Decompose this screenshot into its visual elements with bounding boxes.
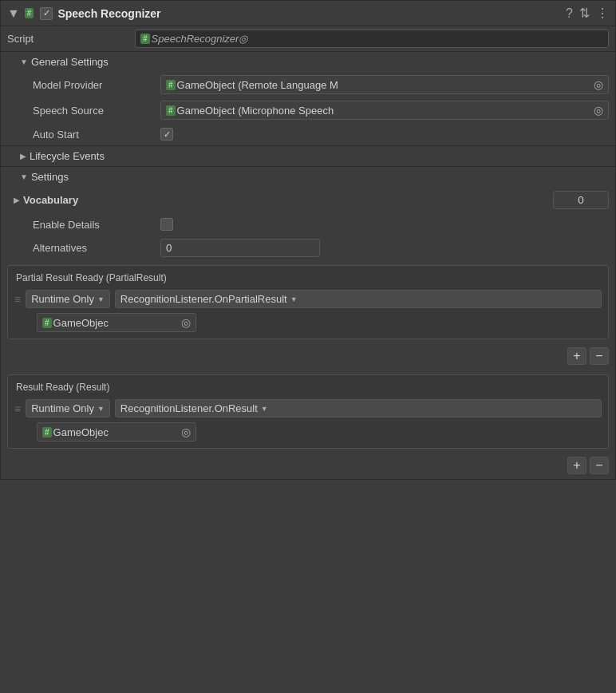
result-hash: # xyxy=(42,427,52,438)
model-provider-hash: # xyxy=(166,80,176,90)
script-value: SpeechRecognizer xyxy=(152,33,239,45)
result-row: ≡ Runtime Only ▼ RecognitionListener.OnR… xyxy=(14,399,602,418)
speech-source-value: GameObject (Microphone Speech xyxy=(177,105,334,117)
auto-start-checkbox-wrap xyxy=(160,128,173,141)
result-title: Result Ready (Result) xyxy=(14,382,602,393)
vocabulary-number-field[interactable] xyxy=(553,191,609,209)
auto-start-label: Auto Start xyxy=(33,129,160,141)
header-icons: ? ⇅ ⋮ xyxy=(566,6,609,21)
partial-result-drag-handle[interactable]: ≡ xyxy=(14,293,21,306)
vocabulary-row: ▶ Vocabulary xyxy=(1,187,615,213)
settings-label: Settings xyxy=(31,171,69,183)
partial-result-remove-button[interactable]: − xyxy=(590,347,609,365)
partial-result-event-block: Partial Result Ready (PartialResult) ≡ R… xyxy=(7,265,609,339)
result-object-value: GameObjec xyxy=(53,426,109,438)
result-runtime-arrow: ▼ xyxy=(97,405,105,413)
model-provider-field[interactable]: # GameObject (Remote Language M ◎ xyxy=(160,75,609,94)
enabled-checkbox[interactable] xyxy=(40,7,53,20)
settings-header[interactable]: ▼ Settings xyxy=(1,167,615,187)
partial-result-target-icon[interactable]: ◎ xyxy=(181,316,191,329)
partial-result-title: Partial Result Ready (PartialResult) xyxy=(14,272,602,283)
sort-icon[interactable]: ⇅ xyxy=(579,6,590,21)
partial-result-hash: # xyxy=(42,318,52,328)
result-method-value: RecognitionListener.OnResult xyxy=(120,402,258,414)
partial-result-method-dropdown[interactable]: RecognitionListener.OnPartialResult ▼ xyxy=(115,290,602,308)
result-drag-handle[interactable]: ≡ xyxy=(14,402,21,415)
partial-result-runtime-arrow: ▼ xyxy=(97,295,105,303)
panel-header: ▼ # Speech Recognizer ? ⇅ ⋮ xyxy=(1,1,615,26)
alternatives-input[interactable] xyxy=(160,239,320,257)
partial-result-obj-row: # GameObjec ◎ xyxy=(14,313,602,332)
target-icon[interactable]: ◎ xyxy=(239,33,247,45)
model-provider-target-icon[interactable]: ◎ xyxy=(594,78,603,91)
script-hash-badge: # xyxy=(140,34,150,44)
script-field[interactable]: # SpeechRecognizer ◎ xyxy=(135,30,609,48)
result-runtime-dropdown[interactable]: Runtime Only ▼ xyxy=(26,399,110,418)
partial-result-row: ≡ Runtime Only ▼ RecognitionListener.OnP… xyxy=(14,290,602,308)
vocabulary-arrow[interactable]: ▶ xyxy=(14,196,20,204)
lifecycle-events-arrow: ▶ xyxy=(20,152,26,160)
result-object-field[interactable]: # GameObjec ◎ xyxy=(37,422,196,442)
lifecycle-events-header[interactable]: ▶ Lifecycle Events xyxy=(1,146,615,166)
partial-result-add-remove-row: + − xyxy=(1,344,615,370)
partial-result-object-value: GameObjec xyxy=(53,317,109,329)
script-type-badge: # xyxy=(25,8,34,18)
enable-details-label: Enable Details xyxy=(33,219,160,231)
speech-source-label: Speech Source xyxy=(33,105,160,117)
general-settings-arrow: ▼ xyxy=(20,57,28,66)
auto-start-row: Auto Start xyxy=(1,123,615,145)
enable-details-checkbox[interactable] xyxy=(160,218,173,231)
partial-result-runtime-dropdown[interactable]: Runtime Only ▼ xyxy=(26,290,110,308)
model-provider-label: Model Provider xyxy=(33,79,160,91)
alternatives-label: Alternatives xyxy=(33,242,160,254)
result-remove-button[interactable]: − xyxy=(590,457,609,474)
result-target-icon[interactable]: ◎ xyxy=(181,426,191,438)
vocabulary-input[interactable] xyxy=(553,191,609,209)
result-obj-row: # GameObjec ◎ xyxy=(14,422,602,442)
partial-result-runtime-label: Runtime Only xyxy=(31,293,94,305)
result-add-button[interactable]: + xyxy=(567,457,586,474)
result-event-block: Result Ready (Result) ≡ Runtime Only ▼ R… xyxy=(7,374,609,449)
partial-result-method-value: RecognitionListener.OnPartialResult xyxy=(120,293,287,305)
speech-source-hash: # xyxy=(166,105,176,116)
lifecycle-events-label: Lifecycle Events xyxy=(30,150,105,162)
alternatives-row: Alternatives xyxy=(1,236,615,260)
speech-source-target-icon[interactable]: ◎ xyxy=(594,104,603,117)
partial-result-object-field[interactable]: # GameObjec ◎ xyxy=(37,313,196,332)
script-label: Script xyxy=(7,33,135,45)
general-settings-header[interactable]: ▼ General Settings xyxy=(1,52,615,72)
more-options-icon[interactable]: ⋮ xyxy=(596,6,609,21)
enable-details-row: Enable Details xyxy=(1,213,615,236)
speech-source-field[interactable]: # GameObject (Microphone Speech ◎ xyxy=(160,101,609,120)
partial-result-method-arrow: ▼ xyxy=(290,295,298,303)
result-runtime-label: Runtime Only xyxy=(31,402,94,414)
vocabulary-label: Vocabulary xyxy=(23,194,78,206)
auto-start-checkbox[interactable] xyxy=(160,128,173,141)
panel-title: Speech Recognizer xyxy=(57,7,561,20)
speech-source-row: Speech Source # GameObject (Microphone S… xyxy=(1,97,615,123)
speech-recognizer-panel: ▼ # Speech Recognizer ? ⇅ ⋮ Script # Spe… xyxy=(0,0,616,480)
script-row: Script # SpeechRecognizer ◎ xyxy=(1,26,615,51)
result-method-dropdown[interactable]: RecognitionListener.OnResult ▼ xyxy=(115,399,602,418)
collapse-arrow-icon[interactable]: ▼ xyxy=(7,6,20,21)
help-icon[interactable]: ? xyxy=(566,6,573,21)
partial-result-add-button[interactable]: + xyxy=(567,347,586,365)
model-provider-value: GameObject (Remote Language M xyxy=(177,79,338,91)
result-method-arrow: ▼ xyxy=(261,405,268,413)
settings-arrow: ▼ xyxy=(20,172,28,181)
general-settings-label: General Settings xyxy=(31,56,109,68)
model-provider-row: Model Provider # GameObject (Remote Lang… xyxy=(1,72,615,97)
result-add-remove-row: + − xyxy=(1,453,615,479)
